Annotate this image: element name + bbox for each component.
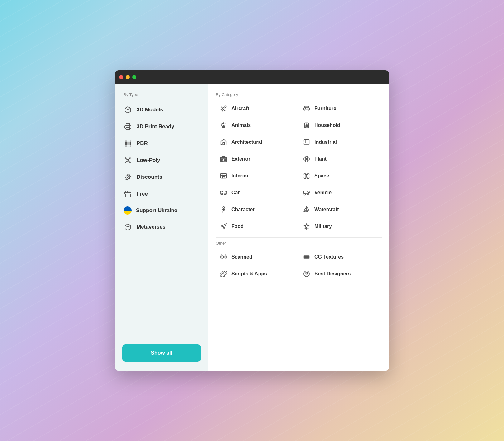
svg-point-36 [129, 162, 131, 163]
wifi-scan-icon [220, 253, 228, 261]
military-icon [303, 222, 311, 230]
nav-item-3d-print-ready[interactable]: 3D Print Ready [115, 118, 208, 135]
type-section-title: By Type [115, 92, 208, 101]
svg-point-18 [125, 144, 126, 145]
svg-point-33 [125, 158, 126, 159]
cat-label-vehicle: Vehicle [314, 190, 332, 196]
cat-label-scanned: Scanned [231, 254, 252, 260]
svg-point-64 [304, 194, 306, 195]
cat-item-furniture[interactable]: Furniture [299, 100, 382, 117]
cat-item-cg-textures[interactable]: CG Textures [299, 249, 382, 265]
svg-point-21 [129, 144, 130, 145]
nav-label-low-poly: Low-Poly [137, 157, 160, 163]
cat-item-watercraft[interactable]: Watercraft [299, 201, 382, 218]
exterior-icon [220, 155, 228, 163]
cat-label-aircraft: Aircraft [231, 106, 249, 111]
cat-item-space[interactable]: Space [299, 167, 382, 184]
building-icon [220, 138, 228, 146]
svg-point-12 [130, 142, 131, 143]
cat-label-food: Food [231, 224, 244, 229]
cat-label-animals: Animals [231, 123, 251, 128]
show-all-button[interactable]: Show all [122, 344, 201, 362]
nav-item-discounts[interactable]: Discounts [115, 169, 208, 186]
cat-item-household[interactable]: Household [299, 117, 382, 134]
cat-item-exterior[interactable]: Exterior [216, 151, 299, 167]
main-window: By Type 3D Models [115, 70, 389, 371]
gift-icon [124, 190, 132, 198]
flower-icon [303, 155, 311, 163]
nav-list: 3D Models 3D Print Ready [115, 101, 208, 338]
svg-point-7 [130, 141, 131, 142]
cat-label-watercraft: Watercraft [314, 207, 339, 212]
cat-item-aircraft[interactable]: Aircraft [216, 100, 299, 117]
svg-point-5 [128, 141, 128, 142]
maximize-button[interactable] [132, 75, 136, 79]
metaverse-icon [124, 223, 132, 231]
svg-point-3 [125, 141, 126, 142]
cat-item-scripts-apps[interactable]: Scripts & Apps [216, 265, 299, 282]
titlebar [115, 70, 389, 84]
category-section-title: By Category [216, 92, 382, 97]
cat-label-best-designers: Best Designers [314, 271, 351, 277]
nav-item-3d-models[interactable]: 3D Models [115, 101, 208, 118]
cat-item-scanned[interactable]: Scanned [216, 249, 299, 265]
svg-rect-54 [222, 160, 223, 162]
sofa-icon [303, 104, 311, 113]
cat-item-food[interactable]: Food [216, 218, 299, 235]
other-section-title: Other [216, 241, 382, 245]
svg-point-63 [225, 194, 226, 195]
svg-point-49 [306, 124, 307, 125]
cat-item-architectural[interactable]: Architectural [216, 134, 299, 151]
boat-icon [303, 206, 311, 214]
svg-point-16 [129, 143, 130, 144]
nav-label-pbr: PBR [137, 140, 148, 147]
nav-item-metaverses[interactable]: Metaverses [115, 219, 208, 235]
nav-item-low-poly[interactable]: Low-Poly [115, 152, 208, 169]
cat-item-vehicle[interactable]: Vehicle [299, 184, 382, 201]
food-icon [220, 222, 228, 230]
person-icon [220, 206, 228, 214]
cat-item-best-designers[interactable]: Best Designers [299, 265, 382, 282]
svg-point-44 [222, 123, 223, 125]
nav-label-support-ukraine: Support Ukraine [136, 207, 177, 214]
svg-point-6 [129, 141, 130, 142]
cat-item-military[interactable]: Military [299, 218, 382, 235]
print-icon [124, 122, 132, 131]
cat-item-character[interactable]: Character [216, 201, 299, 218]
ukraine-flag-icon [124, 206, 132, 215]
cube-icon [124, 105, 132, 114]
svg-point-35 [125, 162, 126, 163]
cat-item-car[interactable]: Car [216, 184, 299, 201]
puzzle-icon [220, 270, 228, 278]
badge-check-icon [124, 173, 132, 182]
svg-point-62 [222, 194, 223, 195]
other-category-grid: Scanned CG Textures [216, 249, 382, 282]
cat-item-plant[interactable]: Plant [299, 151, 382, 167]
svg-point-26 [129, 146, 130, 147]
svg-rect-52 [223, 143, 225, 145]
nav-item-support-ukraine[interactable]: Support Ukraine [115, 202, 208, 219]
svg-point-47 [221, 124, 222, 126]
cat-label-household: Household [314, 123, 340, 128]
svg-point-15 [128, 143, 128, 144]
nav-label-free: Free [137, 191, 148, 197]
nav-item-pbr[interactable]: PBR [115, 135, 208, 152]
cat-label-scripts-apps: Scripts & Apps [231, 271, 267, 277]
nav-item-free[interactable]: Free [115, 186, 208, 202]
cat-item-animals[interactable]: Animals [216, 117, 299, 134]
svg-point-4 [126, 141, 127, 142]
cat-item-interior[interactable]: Interior [216, 167, 299, 184]
paw-icon [220, 121, 228, 129]
svg-point-9 [126, 142, 127, 143]
svg-point-2 [129, 126, 130, 127]
nav-label-3d-models: 3D Models [137, 107, 163, 113]
svg-point-14 [126, 143, 127, 144]
svg-point-34 [129, 158, 131, 159]
cat-item-industrial[interactable]: Industrial [299, 134, 382, 151]
minimize-button[interactable] [126, 75, 130, 79]
main-category-grid: Aircraft Furniture [216, 100, 382, 235]
svg-point-11 [129, 142, 130, 143]
svg-point-71 [223, 256, 224, 258]
close-button[interactable] [119, 75, 123, 79]
svg-point-10 [128, 142, 128, 143]
